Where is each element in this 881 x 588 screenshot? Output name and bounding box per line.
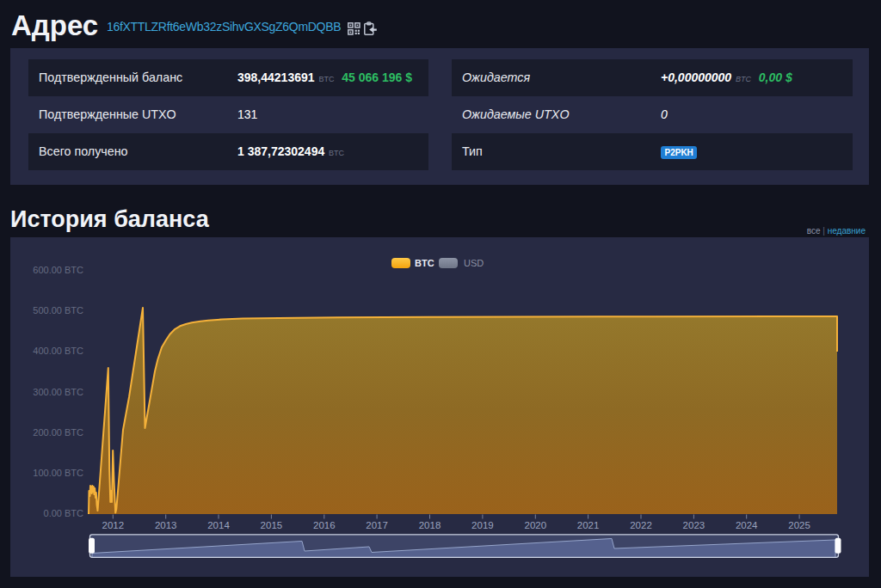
svg-text:BTC: BTC <box>415 258 434 268</box>
svg-text:2021: 2021 <box>577 520 600 530</box>
svg-text:600.00 BTC: 600.00 BTC <box>33 265 83 275</box>
svg-text:2020: 2020 <box>525 520 547 530</box>
svg-text:2016: 2016 <box>313 520 336 530</box>
svg-text:2017: 2017 <box>366 520 388 530</box>
svg-text:500.00 BTC: 500.00 BTC <box>33 305 83 315</box>
svg-text:2024: 2024 <box>736 520 758 530</box>
svg-text:200.00 BTC: 200.00 BTC <box>33 427 83 438</box>
svg-text:2015: 2015 <box>261 520 283 530</box>
svg-text:2014: 2014 <box>207 520 230 530</box>
svg-text:100.00 BTC: 100.00 BTC <box>33 468 83 478</box>
svg-text:400.00 BTC: 400.00 BTC <box>33 346 83 356</box>
svg-text:0.00 BTC: 0.00 BTC <box>44 508 84 518</box>
svg-text:2025: 2025 <box>788 520 810 530</box>
svg-text:2022: 2022 <box>630 520 652 530</box>
svg-text:2023: 2023 <box>683 520 705 530</box>
svg-text:2012: 2012 <box>102 520 125 530</box>
svg-text:2018: 2018 <box>419 520 441 530</box>
svg-text:2019: 2019 <box>471 520 494 530</box>
svg-text:2013: 2013 <box>155 520 177 530</box>
svg-text:300.00 BTC: 300.00 BTC <box>33 387 83 397</box>
svg-text:USD: USD <box>464 258 484 268</box>
